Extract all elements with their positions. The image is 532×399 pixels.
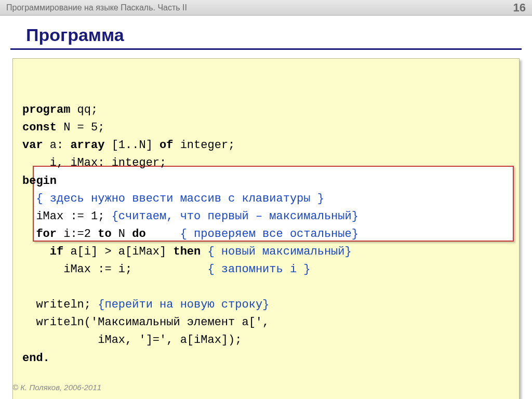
code-text bbox=[201, 245, 207, 258]
code-text: N bbox=[112, 228, 132, 241]
code-text: integer; bbox=[173, 139, 235, 152]
kw-for: for bbox=[36, 228, 57, 241]
code-box: program qq; const N = 5; var a: array [1… bbox=[12, 58, 520, 399]
kw-array: array bbox=[70, 139, 104, 152]
code-text bbox=[22, 245, 50, 258]
kw-to: to bbox=[98, 228, 111, 241]
kw-program: program bbox=[22, 103, 70, 116]
kw-const: const bbox=[22, 121, 57, 134]
comment: {перейти на новую строку} bbox=[98, 298, 269, 311]
kw-of: of bbox=[159, 139, 173, 152]
comment: {считаем, что первый – максимальный} bbox=[112, 210, 358, 223]
code-area: program qq; const N = 5; var a: array [1… bbox=[12, 58, 520, 399]
footer-copyright: © К. Поляков, 2006-2011 bbox=[12, 383, 101, 392]
code-text: i, iMax: integer; bbox=[22, 156, 166, 169]
code-text: iMax := i; bbox=[22, 263, 207, 276]
kw-var: var bbox=[22, 139, 43, 152]
code-content: program qq; const N = 5; var a: array [1… bbox=[22, 101, 510, 367]
kw-do: do bbox=[132, 228, 145, 241]
kw-end: end. bbox=[22, 352, 50, 365]
comment: { новый максимальный} bbox=[207, 245, 351, 258]
kw-then: then bbox=[173, 245, 201, 258]
code-text: iMax, ']=', a[iMax]); bbox=[22, 334, 242, 347]
comment: { проверяем все остальные} bbox=[180, 228, 358, 241]
slide-header: Программирование на языке Паскаль. Часть… bbox=[0, 0, 532, 16]
code-text: iMax := 1; bbox=[22, 210, 112, 223]
code-text: a: bbox=[43, 139, 71, 152]
comment: { здесь нужно ввести массив с клавиатуры… bbox=[22, 192, 324, 205]
page-number: 16 bbox=[513, 1, 526, 15]
code-text: [1..N] bbox=[104, 139, 159, 152]
code-text: i:=2 bbox=[57, 228, 98, 241]
code-text bbox=[22, 228, 36, 241]
slide-title: Программа bbox=[10, 16, 522, 50]
comment: { запомнить i } bbox=[207, 263, 310, 276]
kw-if: if bbox=[50, 245, 63, 258]
code-text: N = 5; bbox=[57, 121, 104, 134]
code-text: a[i] > a[iMax] bbox=[63, 245, 173, 258]
code-text: qq; bbox=[70, 103, 98, 116]
header-title: Программирование на языке Паскаль. Часть… bbox=[6, 3, 187, 12]
code-text: writeln; bbox=[22, 298, 98, 311]
code-text: writeln('Максимальный элемент a[', bbox=[22, 316, 269, 329]
code-text bbox=[146, 228, 180, 241]
kw-begin: begin bbox=[22, 175, 57, 188]
